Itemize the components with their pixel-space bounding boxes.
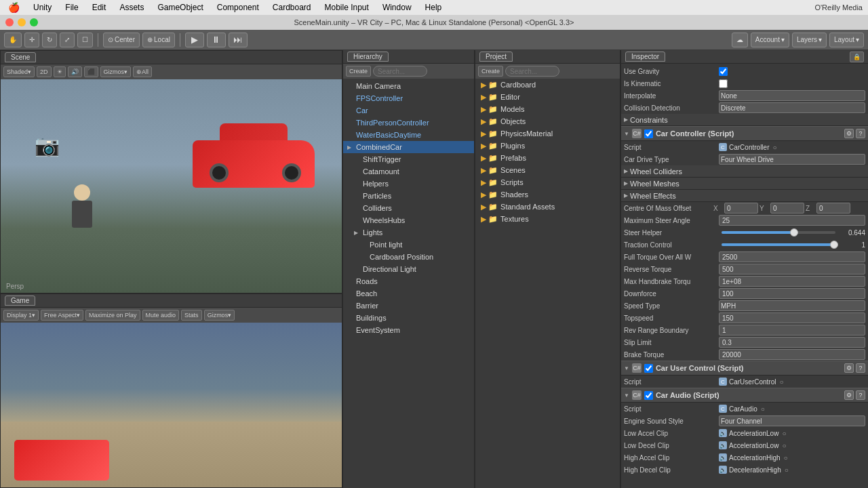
ca-enabled-checkbox[interactable] — [644, 391, 653, 400]
filter-dropdown[interactable]: ⊕ All — [133, 66, 152, 77]
cc-settings-icon[interactable]: ⚙ — [844, 129, 854, 138]
aspect-dropdown[interactable]: Free Aspect ▾ — [41, 310, 83, 321]
hier-lights[interactable]: ▶Lights — [343, 226, 474, 239]
com-x-input[interactable] — [724, 203, 758, 214]
scene-tab[interactable]: Scene — [5, 52, 36, 62]
help-menu[interactable]: Help — [422, 3, 445, 12]
display-dropdown[interactable]: Display 1 ▾ — [3, 310, 39, 321]
steer-helper-thumb[interactable] — [790, 228, 798, 237]
full-torque-input[interactable] — [719, 251, 865, 262]
car-drive-type-dropdown[interactable]: Four Wheel Drive — [719, 154, 865, 165]
proj-objects[interactable]: ▶ 📁Objects — [475, 115, 620, 127]
window-menu[interactable]: Window — [380, 3, 414, 12]
mobile-input-menu[interactable]: Mobile Input — [322, 3, 372, 12]
max-steer-input[interactable] — [719, 215, 865, 226]
pause-button[interactable]: ⏸ — [207, 33, 226, 47]
maximize-on-play[interactable]: Maximize on Play — [85, 310, 140, 321]
proj-cardboard[interactable]: ▶ 📁Cardboard — [475, 79, 620, 91]
proj-scripts[interactable]: ▶ 📁Scripts — [475, 176, 620, 188]
hier-main-camera[interactable]: Main Camera — [343, 80, 474, 92]
inspector-tab[interactable]: Inspector — [625, 52, 665, 62]
hier-barrier[interactable]: Barrier — [343, 300, 474, 312]
traction-control-thumb[interactable] — [830, 241, 838, 249]
gameobject-menu[interactable]: GameObject — [155, 3, 205, 12]
car-controller-header[interactable]: ▼ C# Car Controller (Script) ⚙ ? — [621, 126, 868, 141]
apple-menu[interactable]: 🍎 — [5, 2, 22, 13]
pivot-center-button[interactable]: ⊙ Center — [103, 33, 140, 47]
layout-dropdown[interactable]: Layout ▾ — [829, 33, 864, 47]
scene-render-toggle[interactable]: ⬛ — [84, 66, 98, 77]
proj-shaders[interactable]: ▶ 📁Shaders — [475, 188, 620, 201]
hier-beach[interactable]: Beach — [343, 287, 474, 300]
hier-buildings[interactable]: Buildings — [343, 312, 474, 324]
proj-plugins[interactable]: ▶ 📁Plugins — [475, 140, 620, 152]
file-menu[interactable]: File — [62, 3, 81, 12]
topspeed-input[interactable] — [719, 312, 865, 323]
game-view[interactable] — [1, 323, 342, 487]
project-tab[interactable]: Project — [479, 52, 513, 62]
project-create-btn[interactable]: Create — [478, 66, 503, 77]
hier-water-basic[interactable]: WaterBasicDaytime — [343, 129, 474, 141]
project-search[interactable] — [505, 66, 559, 77]
com-z-input[interactable] — [816, 203, 850, 214]
play-button[interactable]: ▶ — [185, 33, 204, 47]
proj-standard-assets[interactable]: ▶ 📁Standard Assets — [475, 201, 620, 213]
inspector-lock-btn[interactable]: 🔒 — [850, 52, 864, 62]
move-tool[interactable]: ✛ — [24, 33, 39, 47]
pivot-local-button[interactable]: ⊕ Local — [142, 33, 175, 47]
cc-enabled-checkbox[interactable] — [644, 129, 653, 138]
hierarchy-tab[interactable]: Hierarchy — [347, 52, 389, 62]
unity-menu[interactable]: Unity — [31, 3, 54, 12]
wheel-effects-header[interactable]: ▶ Wheel Effects — [621, 190, 868, 202]
component-menu[interactable]: Component — [214, 3, 262, 12]
close-button[interactable] — [5, 18, 14, 26]
engine-sound-dropdown[interactable]: Four Channel — [719, 415, 865, 426]
proj-textures[interactable]: ▶ 📁Textures — [475, 213, 620, 225]
scene-view[interactable]: 📷 Persp — [1, 79, 342, 293]
reverse-torque-input[interactable] — [719, 264, 865, 274]
ca-settings-icon[interactable]: ⚙ — [844, 390, 854, 400]
audio-toggle[interactable]: 🔊 — [68, 66, 82, 77]
hier-point-light[interactable]: Point light — [343, 239, 474, 251]
car-user-control-header[interactable]: ▼ C# Car User Control (Script) ⚙ ? — [621, 361, 868, 375]
cuc-enabled-checkbox[interactable] — [644, 364, 653, 373]
car-audio-header[interactable]: ▼ C# Car Audio (Script) ⚙ ? — [621, 388, 868, 403]
downforce-input[interactable] — [719, 288, 865, 299]
brake-torque-input[interactable] — [719, 349, 865, 360]
cardboard-menu[interactable]: Cardboard — [270, 3, 314, 12]
account-dropdown[interactable]: Account ▾ — [751, 33, 789, 47]
proj-physics[interactable]: ▶ 📁PhysicsMaterial — [475, 127, 620, 140]
minimize-button[interactable] — [18, 18, 26, 26]
rect-tool[interactable]: ☐ — [77, 33, 93, 47]
hier-third-person[interactable]: ThirdPersonController — [343, 117, 474, 129]
ca-help-icon[interactable]: ? — [856, 390, 865, 400]
hier-roads[interactable]: Roads — [343, 275, 474, 287]
constraints-header[interactable]: ▶ Constraints — [621, 114, 868, 126]
cc-help-icon[interactable]: ? — [856, 129, 865, 138]
scale-tool[interactable]: ⤢ — [60, 33, 75, 47]
step-button[interactable]: ⏭ — [229, 33, 248, 47]
hier-catamount[interactable]: Catamount — [343, 165, 474, 178]
assets-menu[interactable]: Assets — [117, 3, 146, 12]
shaded-dropdown[interactable]: Shaded ▾ — [3, 66, 35, 77]
hier-car[interactable]: Car — [343, 104, 474, 117]
game-gizmos-dropdown[interactable]: Gizmos ▾ — [204, 310, 235, 321]
hier-helpers[interactable]: Helpers — [343, 178, 474, 190]
com-y-input[interactable] — [770, 203, 804, 214]
slip-limit-input[interactable] — [719, 337, 865, 348]
game-tab[interactable]: Game — [5, 296, 35, 306]
hierarchy-create-btn[interactable]: Create — [346, 66, 371, 77]
mute-audio[interactable]: Mute audio — [142, 310, 180, 321]
hierarchy-search[interactable] — [373, 66, 427, 77]
cuc-help-icon[interactable]: ? — [856, 363, 865, 373]
hier-particles[interactable]: Particles — [343, 190, 474, 202]
wheel-meshes-header[interactable]: ▶ Wheel Meshes — [621, 178, 868, 190]
hier-shift-trigger[interactable]: ShiftTrigger — [343, 153, 474, 165]
interpolate-dropdown[interactable]: None — [719, 90, 865, 101]
proj-prefabs[interactable]: ▶ 📁Prefabs — [475, 152, 620, 164]
edit-menu[interactable]: Edit — [90, 3, 109, 12]
gizmos-dropdown[interactable]: Gizmos ▾ — [100, 66, 132, 77]
rev-range-input[interactable] — [719, 325, 865, 336]
maximize-button[interactable] — [30, 18, 38, 26]
hier-fps-controller[interactable]: FPSController — [343, 92, 474, 104]
